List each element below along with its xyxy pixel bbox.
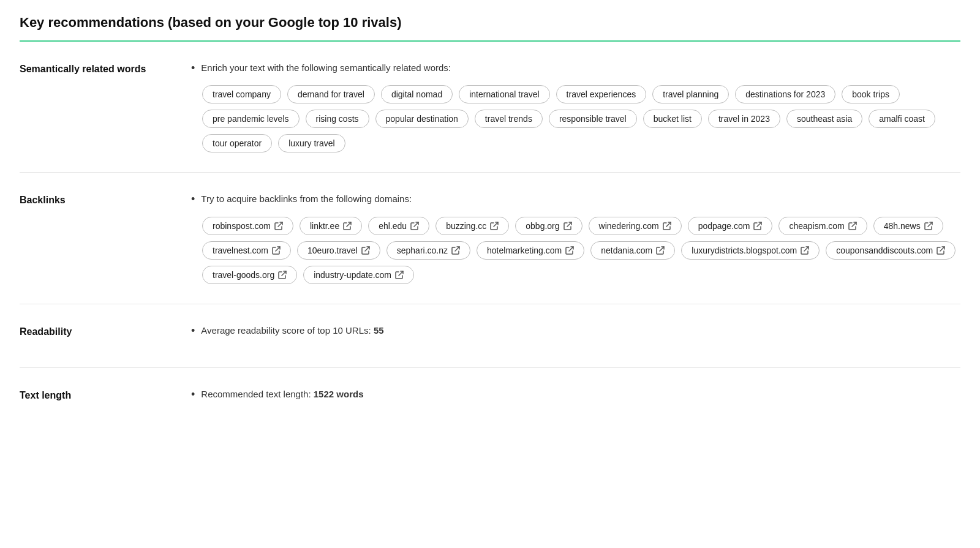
semantic-tag: tour operator [202, 134, 272, 152]
semantic-tag: travel trends [475, 110, 543, 128]
readability-score: 55 [374, 325, 384, 336]
external-link-icon [924, 222, 933, 230]
backlinks-intro: Try to acquire backlinks from the follow… [191, 192, 960, 206]
backlink-domain-tag[interactable]: obbg.org [515, 217, 582, 235]
semantic-tag: responsible travel [549, 110, 637, 128]
external-link-icon [565, 246, 574, 255]
external-link-icon [937, 246, 945, 255]
backlink-domain-tag[interactable]: industry-update.com [303, 266, 414, 284]
backlink-domain-tag[interactable]: netdania.com [590, 241, 675, 260]
section-text-length: Text length Recommended text length: 152… [20, 368, 960, 431]
backlink-domain-tag[interactable]: 10euro.travel [297, 241, 380, 260]
page-title: Key recommendations (based on your Googl… [20, 15, 960, 31]
backlink-domain-tag[interactable]: buzzing.cc [435, 217, 509, 235]
text-length-value: 1522 words [314, 389, 364, 399]
backlink-domain-tag[interactable]: ehl.edu [368, 217, 429, 235]
section-label-text-length: Text length [20, 388, 191, 401]
backlink-domain-tag[interactable]: travel-goods.org [202, 266, 297, 284]
backlink-domain-tag[interactable]: linktr.ee [300, 217, 362, 235]
svg-line-0 [278, 222, 282, 227]
semantic-tag: luxury travel [278, 134, 345, 152]
svg-line-7 [852, 222, 856, 227]
external-link-icon [274, 222, 283, 230]
semantic-tag: pre pandemic levels [202, 110, 300, 128]
readability-prefix-text: Average readability score of top 10 URLs… [201, 325, 371, 336]
backlink-domain-tag[interactable]: winedering.com [589, 217, 682, 235]
backlink-domain-tag[interactable]: 48h.news [873, 217, 943, 235]
backlinks-intro-text: Try to acquire backlinks from the follow… [201, 192, 412, 206]
text-length-prefix: Recommended text length: [201, 389, 311, 399]
semantically-related-intro: Enrich your text with the following sema… [191, 61, 960, 75]
svg-line-11 [455, 247, 459, 251]
semantic-tag: bucket list [643, 110, 702, 128]
section-content-text-length: Recommended text length: 1522 words [191, 388, 960, 411]
external-link-icon [343, 222, 352, 230]
semantic-tag: international travel [459, 85, 549, 103]
svg-line-17 [399, 271, 403, 276]
external-link-icon [272, 246, 281, 255]
section-content-backlinks: Try to acquire backlinks from the follow… [191, 192, 960, 283]
svg-line-5 [666, 222, 671, 227]
semantic-tag: travel planning [652, 85, 729, 103]
external-link-icon [663, 222, 671, 230]
external-link-icon [753, 222, 762, 230]
backlink-domain-tag[interactable]: robinspost.com [202, 217, 293, 235]
semantic-tag: demand for travel [287, 85, 375, 103]
backlink-domain-tag[interactable]: sephari.co.nz [386, 241, 470, 260]
external-link-icon [395, 271, 404, 279]
external-link-icon [564, 222, 572, 230]
section-readability: Readability Average readability score of… [20, 304, 960, 368]
section-label-readability: Readability [20, 324, 191, 337]
semantic-tag: travel in 2023 [708, 110, 780, 128]
svg-line-16 [282, 271, 286, 276]
backlink-domain-tag[interactable]: hotelmarketing.com [477, 241, 584, 260]
text-length-text: Recommended text length: 1522 words [191, 388, 960, 402]
external-link-icon [801, 246, 809, 255]
backlink-domain-tag[interactable]: podpage.com [688, 217, 773, 235]
section-content-readability: Average readability score of top 10 URLs… [191, 324, 960, 348]
svg-line-4 [567, 222, 571, 227]
svg-line-14 [804, 247, 809, 251]
semantically-related-tags: travel companydemand for traveldigital n… [202, 85, 960, 152]
semantic-tag: southeast asia [786, 110, 862, 128]
section-label-backlinks: Backlinks [20, 192, 191, 206]
svg-line-10 [365, 247, 369, 251]
svg-line-1 [347, 222, 351, 227]
section-backlinks: Backlinks Try to acquire backlinks from … [20, 173, 960, 304]
backlink-domain-tag[interactable]: cheapism.com [778, 217, 867, 235]
semantic-tag: amalfi coast [869, 110, 935, 128]
svg-line-9 [276, 247, 280, 251]
readability-text: Average readability score of top 10 URLs… [191, 324, 960, 338]
external-link-icon [361, 246, 370, 255]
readability-prefix: Average readability score of top 10 URLs… [201, 324, 383, 338]
semantic-tag: travel experiences [556, 85, 647, 103]
semantic-tag: rising costs [306, 110, 369, 128]
external-link-icon [410, 222, 419, 230]
backlinks-domains: robinspost.comlinktr.eeehl.edubuzzing.cc… [202, 217, 960, 284]
svg-line-2 [414, 222, 418, 227]
semantically-related-intro-text: Enrich your text with the following sema… [201, 61, 451, 75]
semantic-tag: popular destination [375, 110, 469, 128]
section-label-semantically-related: Semantically related words [20, 61, 191, 75]
semantic-tag: destinations for 2023 [735, 85, 835, 103]
backlink-domain-tag[interactable]: couponsanddiscouts.com [826, 241, 956, 260]
external-link-icon [848, 222, 857, 230]
external-link-icon [278, 271, 287, 279]
svg-line-8 [928, 222, 932, 227]
external-link-icon [656, 246, 665, 255]
section-content-semantically-related: Enrich your text with the following sema… [191, 61, 960, 152]
section-semantically-related: Semantically related words Enrich your t… [20, 42, 960, 173]
backlink-domain-tag[interactable]: luxurydistricts.blogspot.com [681, 241, 820, 260]
semantic-tag: digital nomad [381, 85, 453, 103]
backlink-domain-tag[interactable]: travelnest.com [202, 241, 291, 260]
svg-line-6 [757, 222, 761, 227]
semantic-tag: travel company [202, 85, 281, 103]
semantic-tag: book trips [842, 85, 900, 103]
svg-line-13 [660, 247, 664, 251]
text-length-content: Recommended text length: 1522 words [201, 388, 363, 402]
svg-line-12 [569, 247, 573, 251]
external-link-icon [451, 246, 460, 255]
external-link-icon [490, 222, 499, 230]
svg-line-3 [494, 222, 498, 227]
page-container: Key recommendations (based on your Googl… [0, 0, 980, 446]
